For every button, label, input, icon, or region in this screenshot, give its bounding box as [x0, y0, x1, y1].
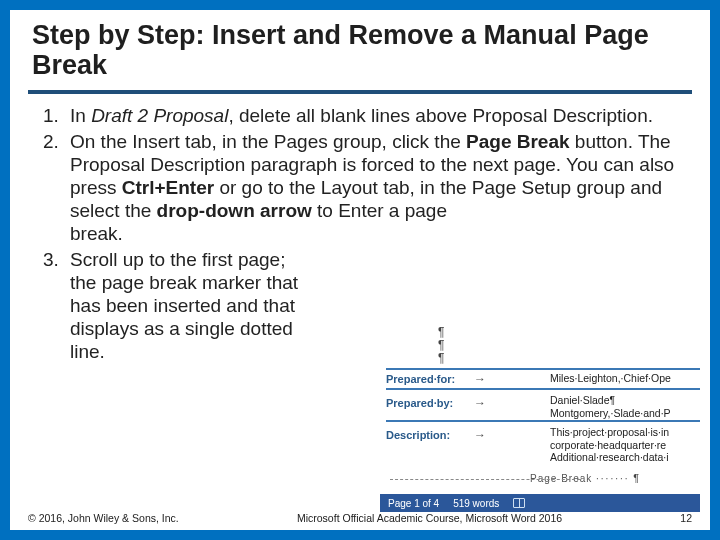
step-2-a: On the Insert tab, in the Pages group, c… [70, 131, 466, 152]
description-value-3: Additional·research·data·i [550, 451, 700, 463]
book-icon [513, 498, 525, 508]
description-value-1: This·project·proposal·is·in [550, 426, 700, 438]
step-1-pre: In [70, 105, 91, 126]
tab-arrow-icon: → [474, 372, 488, 386]
status-words: 519 words [453, 498, 499, 509]
page-title: Step by Step: Insert and Remove a Manual… [10, 10, 710, 84]
prepared-for-label: Prepared·for: [386, 373, 474, 385]
step-2-pagebreak: Page Break [466, 131, 570, 152]
pilcrow-icon: ¶ [438, 339, 444, 352]
footer-course: Microsoft Official Academic Course, Micr… [179, 512, 681, 524]
description-label: Description: [386, 429, 474, 441]
status-page: Page 1 of 4 [388, 498, 439, 509]
step-1-post: , delete all blank lines above Proposal … [228, 105, 653, 126]
step-1: In Draft 2 Proposal, delete all blank li… [64, 104, 688, 127]
word-status-bar: Page 1 of 4 519 words [380, 494, 700, 512]
step-2-ctrlenter: Ctrl+Enter [122, 177, 214, 198]
prepared-by-value-2: Montgomery,·Slade·and·P [550, 407, 700, 419]
step-2: On the Insert tab, in the Pages group, c… [64, 130, 688, 246]
step-2-dropdown: drop-down arrow [157, 200, 312, 221]
content-area: In Draft 2 Proposal, delete all blank li… [10, 104, 710, 363]
page-break-marker: Page Break ······· ¶ [530, 472, 700, 484]
step-2-f: break. [70, 222, 380, 245]
footer-copyright: © 2016, John Wiley & Sons, Inc. [28, 512, 179, 524]
slide: Step by Step: Insert and Remove a Manual… [10, 10, 710, 530]
slide-footer: © 2016, John Wiley & Sons, Inc. Microsof… [28, 512, 692, 524]
field-rule [386, 368, 700, 370]
tab-arrow-icon: → [474, 428, 488, 442]
step-3-e: line. [70, 340, 380, 363]
step-3-c: has been inserted and that [70, 294, 380, 317]
step-3-d: displays as a single dotted [70, 317, 380, 340]
prepared-by-value: Daniel·Slade¶ Montgomery,·Slade·and·P [550, 394, 700, 418]
step-1-doc: Draft 2 Proposal [91, 105, 228, 126]
field-rule [386, 420, 700, 422]
pilcrow-icon: ¶ [633, 472, 640, 484]
step-3-a: Scroll up to the first page; [70, 248, 380, 271]
word-screenshot: ¶ ¶ ¶ Prepared·for: → Miles·Leighton,·Ch… [380, 322, 700, 512]
description-value-2: corporate·headquarter·re [550, 439, 700, 451]
prepared-by-value-1: Daniel·Slade¶ [550, 394, 700, 406]
prepared-for-value: Miles·Leighton,·Chief·Ope [550, 372, 700, 384]
tab-arrow-icon: → [474, 396, 488, 410]
step-2-e: to Enter a page [312, 200, 447, 221]
pilcrow-icon: ¶ [438, 352, 444, 365]
step-3-b: the page break marker that [70, 271, 380, 294]
footer-page-number: 12 [680, 512, 692, 524]
description-value: This·project·proposal·is·in corporate·he… [550, 426, 700, 462]
page-break-label: Page Break [530, 473, 592, 484]
field-rule [386, 388, 700, 390]
pilcrow-column: ¶ ¶ ¶ [438, 326, 444, 364]
title-underline [28, 90, 692, 94]
prepared-by-label: Prepared·by: [386, 397, 474, 409]
